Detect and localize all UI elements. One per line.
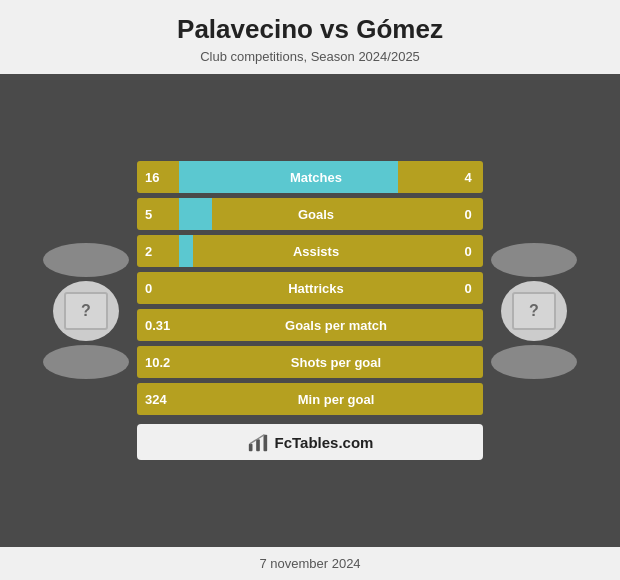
stat-right-hattricks: 0 (453, 272, 483, 304)
stat-row-shots-per-goal: 10.2 Shots per goal (137, 346, 483, 378)
right-question-box: ? (512, 292, 556, 330)
stat-row-min-per-goal: 324 Min per goal (137, 383, 483, 415)
stat-left-min-per-goal: 324 (137, 383, 189, 415)
stat-label-hattricks: Hattricks (288, 281, 344, 296)
stat-bar-hattricks: Hattricks (179, 272, 453, 304)
stat-row-goals: 5 Goals 0 (137, 198, 483, 230)
stat-bar-goals: Goals (179, 198, 453, 230)
stat-bar-fill-matches (179, 161, 398, 193)
main-area: ? 16 Matches 4 5 Goals (0, 74, 620, 547)
stat-label-goals-per-match: Goals per match (285, 318, 387, 333)
svg-rect-2 (263, 435, 267, 452)
stat-row-hattricks: 0 Hattricks 0 (137, 272, 483, 304)
stat-right-matches: 4 (453, 161, 483, 193)
right-player-area: ? (489, 243, 579, 379)
left-player-area: ? (41, 243, 131, 379)
right-bottom-ellipse (491, 345, 577, 379)
stat-right-assists: 0 (453, 235, 483, 267)
logo-icon (247, 431, 269, 453)
stat-label-matches: Matches (290, 170, 342, 185)
logo-text: FcTables.com (275, 434, 374, 451)
stat-row-matches: 16 Matches 4 (137, 161, 483, 193)
header-subtitle: Club competitions, Season 2024/2025 (10, 49, 610, 64)
right-avatar-container: ? (501, 281, 567, 341)
footer-date: 7 november 2024 (259, 556, 360, 571)
stats-container: 16 Matches 4 5 Goals 0 (137, 161, 483, 460)
stat-bar-shots-per-goal: Shots per goal (189, 346, 483, 378)
page-title: Palavecino vs Gómez (10, 14, 610, 45)
stat-label-min-per-goal: Min per goal (298, 392, 375, 407)
stat-row-assists: 2 Assists 0 (137, 235, 483, 267)
stat-left-goals: 5 (137, 198, 179, 230)
left-question-box: ? (64, 292, 108, 330)
stat-label-goals: Goals (298, 207, 334, 222)
right-top-ellipse (491, 243, 577, 277)
svg-rect-0 (248, 444, 252, 451)
svg-rect-1 (256, 439, 260, 451)
left-bottom-ellipse (43, 345, 129, 379)
stat-left-assists: 2 (137, 235, 179, 267)
right-player-avatar: ? (501, 281, 567, 341)
stat-left-hattricks: 0 (137, 272, 179, 304)
stat-label-shots-per-goal: Shots per goal (291, 355, 381, 370)
header: Palavecino vs Gómez Club competitions, S… (0, 0, 620, 74)
stat-bar-assists: Assists (179, 235, 453, 267)
stat-left-matches: 16 (137, 161, 179, 193)
stat-left-shots-per-goal: 10.2 (137, 346, 189, 378)
stat-bar-fill-assists (179, 235, 193, 267)
stat-label-assists: Assists (293, 244, 339, 259)
stat-bar-matches: Matches (179, 161, 453, 193)
left-avatar-container: ? (53, 281, 119, 341)
stat-right-goals: 0 (453, 198, 483, 230)
stat-bar-min-per-goal: Min per goal (189, 383, 483, 415)
footer: 7 november 2024 (0, 547, 620, 580)
stat-bar-fill-goals (179, 198, 212, 230)
stat-bar-goals-per-match: Goals per match (189, 309, 483, 341)
stat-left-goals-per-match: 0.31 (137, 309, 189, 341)
stat-row-goals-per-match: 0.31 Goals per match (137, 309, 483, 341)
logo-area: FcTables.com (137, 424, 483, 460)
left-top-ellipse (43, 243, 129, 277)
left-player-avatar: ? (53, 281, 119, 341)
